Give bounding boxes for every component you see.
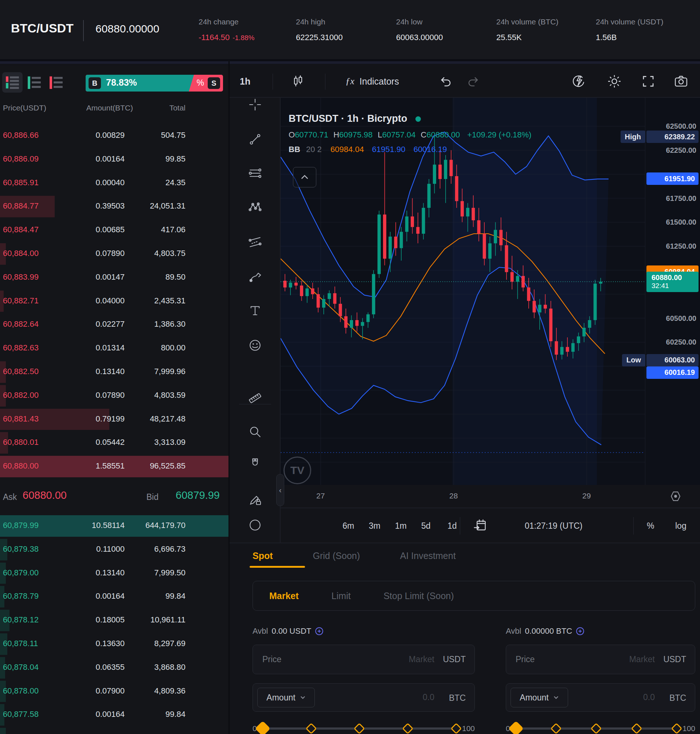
- alert-button[interactable]: [570, 66, 585, 97]
- range-1m[interactable]: 1m: [395, 509, 407, 542]
- best-ask-price[interactable]: 60880.00: [23, 489, 67, 501]
- slider-step-75[interactable]: [402, 723, 413, 734]
- crosshair-tool[interactable]: [248, 98, 262, 112]
- time-axis[interactable]: 272829: [281, 485, 700, 508]
- sell-amount-slider[interactable]: 0 100: [506, 721, 695, 734]
- orderbook-view-both-button[interactable]: [2, 72, 23, 93]
- bid-row[interactable]: 60,878.79 0.00164 99.84: [0, 585, 228, 609]
- deposit-plus-icon[interactable]: [576, 627, 584, 635]
- zoom-tool[interactable]: [248, 424, 262, 439]
- buy-amount-selector[interactable]: Amount: [257, 688, 315, 707]
- ask-row[interactable]: 60,884.47 0.00685 417.06: [0, 218, 228, 242]
- mode-percent[interactable]: %: [647, 509, 654, 542]
- ask-row[interactable]: 60,882.50 0.13140 7,999.96: [0, 360, 228, 384]
- ask-row[interactable]: 60,886.66 0.00829 504.75: [0, 124, 228, 148]
- goto-date-button[interactable]: [473, 509, 488, 542]
- ask-row[interactable]: 60,882.63 0.01314 800.00: [0, 336, 228, 360]
- ask-row[interactable]: 60,882.71 0.04000 2,435.31: [0, 289, 228, 313]
- horizontal-lines-tool[interactable]: [248, 166, 262, 180]
- settings-button[interactable]: [607, 66, 622, 97]
- ask-row[interactable]: 60,884.77 0.39503 24,051.31: [0, 195, 228, 218]
- ask-row[interactable]: 60,886.09 0.00164 99.85: [0, 148, 228, 171]
- slider-handle[interactable]: [508, 721, 523, 734]
- bid-row[interactable]: 60,878.11 0.13630 8,297.69: [0, 632, 228, 656]
- slider-handle[interactable]: [255, 721, 270, 734]
- interval-button[interactable]: 1h: [240, 66, 250, 97]
- price-scale[interactable]: 62500.0062250.0061750.0061500.0061250.00…: [645, 98, 700, 485]
- slider-track[interactable]: [516, 727, 676, 730]
- price-placeholder: Price: [516, 654, 535, 664]
- best-bid-price[interactable]: 60879.99: [176, 489, 220, 501]
- ask-row[interactable]: 60,880.01 0.05442 3,313.09: [0, 431, 228, 455]
- sell-amount-input[interactable]: Amount 0.0 BTC: [506, 683, 695, 712]
- mode-log[interactable]: log: [675, 509, 687, 542]
- toolbar-collapse-handle[interactable]: ‹: [276, 474, 284, 506]
- indicators-button[interactable]: ƒx Indicators: [346, 66, 399, 97]
- xabcd-pattern-tool[interactable]: [248, 200, 262, 215]
- tab-grid[interactable]: Grid (Soon): [313, 551, 360, 561]
- tab-spot[interactable]: Spot: [253, 551, 273, 561]
- axis-settings-button[interactable]: [669, 489, 682, 503]
- slider-step-100[interactable]: [671, 723, 682, 734]
- ask-row[interactable]: 60,882.00 0.07890 4,803.59: [0, 384, 228, 408]
- sell-price-input[interactable]: Price Market USDT: [506, 645, 695, 674]
- tab-market[interactable]: Market: [269, 591, 299, 601]
- slider-step-25[interactable]: [550, 723, 562, 734]
- ruler-tool[interactable]: [248, 391, 262, 405]
- bid-row[interactable]: 60,878.12 0.18005 10,961.11: [0, 609, 228, 632]
- tab-stop-limit[interactable]: Stop Limit (Soon): [383, 591, 454, 601]
- tab-limit[interactable]: Limit: [332, 591, 351, 601]
- chart-type-button[interactable]: [291, 66, 305, 97]
- slider-track[interactable]: [263, 727, 456, 730]
- ask-row[interactable]: 60,880.00 1.58551 96,525.85: [0, 455, 228, 478]
- magnet-tool[interactable]: [248, 457, 262, 471]
- brush-tool[interactable]: [248, 269, 262, 284]
- sell-amount-selector[interactable]: Amount: [510, 688, 568, 707]
- deposit-plus-icon[interactable]: [315, 627, 324, 635]
- slider-step-75[interactable]: [631, 723, 642, 734]
- bid-row[interactable]: 60,877.21 0.08066 4,910.36: [0, 727, 228, 734]
- pair-title[interactable]: BTC/USDT: [11, 21, 74, 35]
- ask-row[interactable]: 60,885.91 0.00040 24.35: [0, 171, 228, 195]
- range-5d[interactable]: 5d: [421, 509, 431, 542]
- chart-canvas[interactable]: BTC/USDT · 1h · Bicrypto O60770.71H60975…: [281, 98, 700, 485]
- clock-utc[interactable]: 01:27:19 (UTC): [525, 509, 583, 542]
- bid-row[interactable]: 60,877.58 0.00164 99.84: [0, 703, 228, 727]
- buy-price-input[interactable]: Price Market USDT: [253, 645, 475, 674]
- orderbook-view-bids-button[interactable]: [24, 72, 44, 93]
- fullscreen-button[interactable]: [641, 66, 656, 97]
- undo-button[interactable]: [438, 66, 453, 97]
- buy-amount-input[interactable]: Amount 0.0 BTC: [253, 683, 475, 712]
- candlestick-chart[interactable]: [281, 98, 645, 485]
- bid-row[interactable]: 60,878.00 0.07900 4,809.36: [0, 679, 228, 703]
- ask-row[interactable]: 60,883.99 0.00147 89.50: [0, 266, 228, 289]
- ask-row[interactable]: 60,882.64 0.02277 1,386.30: [0, 313, 228, 336]
- slider-step-100[interactable]: [450, 723, 462, 734]
- tradingview-logo[interactable]: TV: [284, 457, 311, 484]
- trendline-tool[interactable]: [248, 132, 262, 147]
- slider-step-50[interactable]: [591, 723, 602, 734]
- buy-amount-slider[interactable]: 0 100: [253, 721, 475, 734]
- bid-row[interactable]: 60,879.99 10.58114 644,179.70: [0, 514, 228, 538]
- lock-drawings-tool[interactable]: [248, 492, 262, 507]
- bid-row[interactable]: 60,878.04 0.06355 3,868.80: [0, 656, 228, 679]
- legend-collapse-button[interactable]: [293, 167, 316, 187]
- order-price: 60,882.00: [3, 391, 39, 400]
- range-3m[interactable]: 3m: [369, 509, 381, 542]
- range-1d[interactable]: 1d: [447, 509, 457, 542]
- bid-row[interactable]: 60,879.00 0.13140 7,999.50: [0, 562, 228, 585]
- range-6m[interactable]: 6m: [343, 509, 354, 542]
- text-tool[interactable]: [248, 304, 262, 318]
- screenshot-button[interactable]: [674, 66, 689, 97]
- ask-row[interactable]: 60,884.00 0.07890 4,803.75: [0, 242, 228, 266]
- ask-row[interactable]: 60,881.43 0.79199 48,217.48: [0, 408, 228, 431]
- parallel-channel-tool[interactable]: [248, 235, 262, 249]
- redo-button[interactable]: [466, 66, 481, 97]
- slider-step-25[interactable]: [305, 723, 317, 734]
- more-tool[interactable]: [248, 518, 262, 532]
- tab-ai-investment[interactable]: AI Investment: [400, 551, 456, 561]
- slider-step-50[interactable]: [354, 723, 365, 734]
- bid-row[interactable]: 60,879.38 0.11000 6,696.73: [0, 538, 228, 562]
- emoji-tool[interactable]: [248, 338, 262, 352]
- orderbook-view-asks-button[interactable]: [46, 72, 66, 93]
